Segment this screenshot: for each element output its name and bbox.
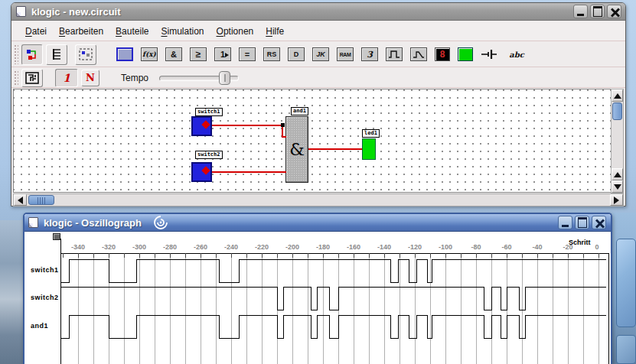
tempo-slider-thumb[interactable] bbox=[219, 71, 230, 85]
counter-device[interactable]: 3 bbox=[361, 47, 378, 61]
axis-tick-label: 0 bbox=[595, 243, 598, 251]
axis-tick-label: -340 bbox=[71, 243, 85, 251]
equation-device[interactable]: f(x) bbox=[141, 47, 158, 61]
switch2-toggle-dot[interactable] bbox=[201, 166, 210, 174]
desktop: { "colors": { "wire": "#d40000", "switch… bbox=[0, 0, 636, 364]
ram-device[interactable]: RAM bbox=[337, 47, 354, 61]
led-device[interactable] bbox=[458, 47, 473, 61]
signal-label-switch1: switch1 bbox=[31, 266, 59, 274]
wire-tool-icon bbox=[25, 47, 39, 61]
circuit-map-icon bbox=[25, 72, 39, 84]
scroll-up-button-2[interactable] bbox=[612, 168, 623, 180]
wire-tool-button[interactable] bbox=[21, 44, 43, 65]
menu-item-datei[interactable]: Datei bbox=[19, 24, 53, 39]
switch2-component[interactable] bbox=[191, 162, 212, 182]
menu-item-bauteile[interactable]: Bauteile bbox=[109, 24, 155, 39]
scroll-up-button[interactable] bbox=[612, 89, 623, 102]
and-gate-device[interactable]: & bbox=[165, 47, 182, 61]
minimize-button[interactable] bbox=[573, 5, 588, 18]
wire-junction-dot[interactable] bbox=[281, 123, 285, 127]
signal-label-and1: and1 bbox=[31, 322, 48, 330]
axis-tick-label: -40 bbox=[532, 243, 542, 251]
close-button[interactable] bbox=[607, 5, 621, 18]
bus-tool-icon bbox=[50, 47, 64, 61]
horizontal-scroll-thumb[interactable] bbox=[28, 195, 54, 205]
axis-tick-label: -80 bbox=[471, 243, 481, 251]
circuit-canvas[interactable]: switch1 switch2 and1 & led1 bbox=[13, 89, 611, 193]
subcircuit-device[interactable] bbox=[116, 47, 133, 61]
oscillograph-window: klogic - Oszillograph Schritt switch1 sw… bbox=[23, 213, 612, 364]
switch1-component[interactable] bbox=[191, 116, 212, 136]
bus-tool-button[interactable] bbox=[46, 44, 67, 65]
axis-tick-label: -220 bbox=[255, 243, 269, 251]
rs-flipflop-device[interactable]: RS bbox=[263, 47, 280, 61]
toolbar-grip[interactable] bbox=[14, 44, 18, 64]
simulate-once-button[interactable]: 1 bbox=[55, 69, 78, 87]
select-tool-icon bbox=[78, 47, 93, 61]
pulse-icon bbox=[388, 49, 400, 60]
component-label-led1: led1 bbox=[362, 129, 380, 138]
component-label-and1: and1 bbox=[291, 107, 308, 115]
or-gate-device[interactable]: ≥ bbox=[190, 47, 207, 61]
toolbar-grip[interactable] bbox=[14, 70, 18, 86]
and-gate-symbol: & bbox=[289, 140, 305, 159]
jk-flipflop-device[interactable]: JK bbox=[312, 47, 329, 61]
wire-and1-to-led1[interactable] bbox=[308, 148, 362, 150]
menu-item-optionen[interactable]: Optionen bbox=[210, 24, 260, 39]
window-title: klogic - new.circuit bbox=[31, 6, 121, 18]
maximize-button[interactable] bbox=[590, 5, 605, 18]
osc-minimize-button[interactable] bbox=[558, 216, 572, 229]
equivalence-device[interactable]: = bbox=[239, 47, 256, 61]
axis-tick-label: -140 bbox=[377, 243, 391, 251]
up-arrow-icon bbox=[614, 172, 621, 177]
tempo-slider[interactable] bbox=[159, 71, 239, 85]
simulate-once-label: 1 bbox=[63, 72, 70, 84]
scroll-down-button[interactable] bbox=[612, 180, 623, 193]
axis-tick-label: -320 bbox=[102, 243, 116, 251]
busy-swirl-icon bbox=[152, 215, 169, 230]
d-flipflop-device[interactable]: D bbox=[288, 47, 305, 61]
menu-item-hilfe[interactable]: Hilfe bbox=[259, 24, 290, 39]
tempo-label: Tempo bbox=[121, 73, 148, 83]
vertical-scroll-thumb[interactable] bbox=[612, 102, 622, 120]
klogic-main-window: klogic - new.circuit DateiBearbeitenBaut… bbox=[11, 2, 626, 206]
axis-tick-label: -180 bbox=[316, 243, 330, 251]
osc-maximize-button[interactable] bbox=[575, 216, 589, 229]
menu-item-bearbeiten[interactable]: Bearbeiten bbox=[53, 24, 109, 39]
text-label-device[interactable]: abc bbox=[508, 47, 525, 61]
inverter-device[interactable]: 1 bbox=[214, 47, 231, 61]
wire-switch1-to-and1[interactable] bbox=[212, 125, 283, 126]
switch1-toggle-dot[interactable] bbox=[201, 120, 210, 128]
inverter-arrow-icon bbox=[225, 53, 229, 57]
scroll-left-button[interactable] bbox=[14, 194, 27, 206]
scroll-right-button[interactable] bbox=[610, 194, 623, 206]
menu-item-simulation[interactable]: Simulation bbox=[155, 24, 210, 39]
oscillograph-icon bbox=[28, 217, 38, 228]
power-device[interactable] bbox=[481, 47, 501, 61]
circuit-map-button[interactable] bbox=[21, 69, 43, 87]
device-toolbar: f(x) & ≥ 1 = RS D JK RAM 3 8 bbox=[11, 42, 625, 67]
wire-switch2-to-and1[interactable] bbox=[212, 171, 286, 173]
monoflop-device[interactable] bbox=[410, 47, 427, 61]
and1-gate-component[interactable]: & bbox=[285, 116, 308, 183]
axis-tick-label: -240 bbox=[224, 243, 238, 251]
vertical-scrollbar[interactable] bbox=[611, 89, 624, 193]
horizontal-scrollbar[interactable] bbox=[13, 193, 624, 206]
wire-switch1-stub[interactable] bbox=[282, 136, 286, 138]
oscillograph-titlebar[interactable]: klogic - Oszillograph bbox=[24, 214, 611, 232]
waveform-and1 bbox=[60, 315, 606, 338]
left-arrow-icon bbox=[18, 197, 23, 204]
oscillator-device[interactable] bbox=[386, 47, 403, 61]
desktop-wallpaper-mountains bbox=[0, 220, 23, 364]
led1-component[interactable] bbox=[362, 138, 376, 160]
main-titlebar[interactable]: klogic - new.circuit bbox=[11, 3, 625, 21]
axis-tick-label: -280 bbox=[163, 243, 177, 251]
right-arrow-icon bbox=[614, 197, 619, 204]
seven-segment-device[interactable]: 8 bbox=[435, 47, 450, 61]
simulation-toolbar: 1 N Tempo bbox=[11, 68, 625, 88]
select-tool-button[interactable] bbox=[75, 44, 96, 65]
waveform-svg bbox=[24, 232, 612, 364]
component-label-switch1: switch1 bbox=[195, 108, 223, 116]
simulate-loop-button[interactable]: N bbox=[81, 70, 99, 86]
osc-close-button[interactable] bbox=[592, 216, 606, 229]
